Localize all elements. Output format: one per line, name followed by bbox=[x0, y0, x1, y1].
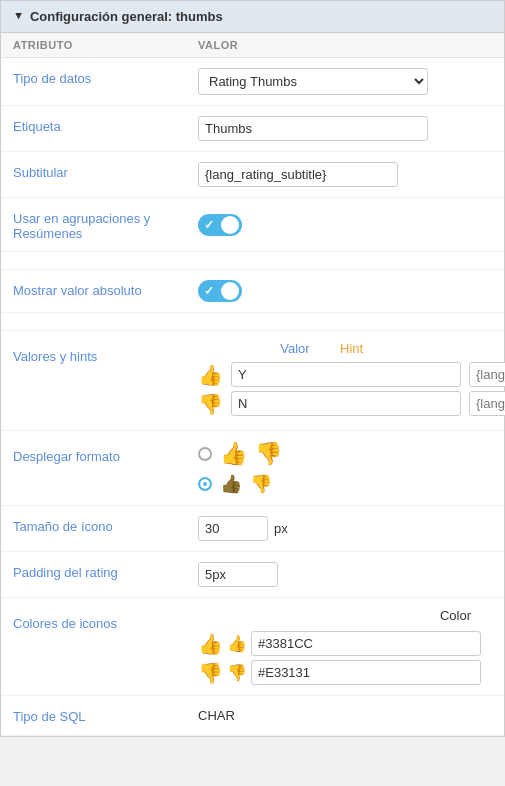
tipo-value: Rating Thumbs bbox=[198, 68, 492, 95]
tamanio-unit: px bbox=[274, 521, 288, 536]
colores-value: Color 👍 👍 👎 👎 bbox=[198, 608, 492, 685]
attribute-col-header: ATRIBUTO bbox=[13, 39, 198, 51]
usar-toggle[interactable]: ✓ bbox=[198, 214, 242, 236]
etiqueta-label: Etiqueta bbox=[13, 116, 198, 134]
like-row: 👍 bbox=[198, 362, 505, 387]
tipo-row: Tipo de datos Rating Thumbs bbox=[1, 58, 504, 106]
value-col-header: VALOR bbox=[198, 39, 492, 51]
like-thumb-icon-blue: 👍 bbox=[198, 632, 223, 656]
colores-label: Colores de iconos bbox=[13, 608, 198, 631]
tamanio-value: px bbox=[198, 516, 492, 541]
color-section: Color 👍 👍 👎 👎 bbox=[198, 608, 481, 685]
subtitular-label: Subtitular bbox=[13, 162, 198, 180]
desplegar-label: Desplegar formato bbox=[13, 441, 198, 464]
valor-col-label: Valor bbox=[260, 341, 330, 356]
padding-label: Padding del rating bbox=[13, 562, 198, 580]
usar-row: Usar en agrupaciones y Resúmenes ✓ bbox=[1, 198, 504, 252]
sql-label: Tipo de SQL bbox=[13, 706, 198, 724]
format-radio-2[interactable] bbox=[198, 477, 212, 491]
tipo-select[interactable]: Rating Thumbs bbox=[198, 68, 428, 95]
format-radio-1[interactable] bbox=[198, 447, 212, 461]
hints-header-row: Valor Hint bbox=[198, 341, 505, 356]
tamanio-input[interactable] bbox=[198, 516, 268, 541]
mostrar-toggle[interactable]: ✓ bbox=[198, 280, 242, 302]
valores-content: Valor Hint 👍 👎 bbox=[198, 341, 505, 420]
subtitular-input[interactable] bbox=[198, 162, 398, 187]
collapse-icon[interactable]: ▲ bbox=[13, 11, 24, 23]
format-icon-2b: 👎 bbox=[250, 473, 272, 495]
valores-label: Valores y hints bbox=[13, 341, 198, 364]
mostrar-toggle-container: ✓ bbox=[198, 280, 492, 302]
like-value-input[interactable] bbox=[231, 362, 461, 387]
format-icon-1: 👍 bbox=[220, 441, 247, 467]
format-option-2: 👍 👎 bbox=[198, 473, 282, 495]
spacer-1 bbox=[1, 252, 504, 270]
toggle-check-icon: ✓ bbox=[204, 218, 214, 232]
column-headers: ATRIBUTO VALOR bbox=[1, 33, 504, 58]
dislike-value-input[interactable] bbox=[231, 391, 461, 416]
sql-row: Tipo de SQL CHAR bbox=[1, 696, 504, 736]
desplegar-row: Desplegar formato 👍 👎 👍 👎 bbox=[1, 431, 504, 506]
valores-row: Valores y hints Valor Hint 👍 👎 bbox=[1, 331, 504, 431]
size-row: px bbox=[198, 516, 288, 541]
like-hint-input[interactable] bbox=[469, 362, 505, 387]
etiqueta-value bbox=[198, 116, 492, 141]
tamanio-row: Tamaño de ícono px bbox=[1, 506, 504, 552]
toggle-knob bbox=[221, 216, 239, 234]
etiqueta-row: Etiqueta bbox=[1, 106, 504, 152]
dislike-thumb-icon-red2: 👎 bbox=[227, 663, 247, 682]
format-icon-1b: 👎 bbox=[255, 441, 282, 467]
dislike-color-input[interactable] bbox=[251, 660, 481, 685]
subtitular-row: Subtitular bbox=[1, 152, 504, 198]
color-col-header: Color bbox=[440, 608, 481, 623]
like-color-input[interactable] bbox=[251, 631, 481, 656]
usar-label: Usar en agrupaciones y Resúmenes bbox=[13, 208, 198, 241]
mostrar-row: Mostrar valor absoluto ✓ bbox=[1, 270, 504, 313]
subtitular-value bbox=[198, 162, 492, 187]
etiqueta-input[interactable] bbox=[198, 116, 428, 141]
hints-wrapper: Valor Hint 👍 👎 bbox=[198, 341, 505, 420]
like-color-item: 👍 👍 bbox=[198, 631, 481, 656]
tamanio-label: Tamaño de ícono bbox=[13, 516, 198, 534]
mostrar-toggle-check-icon: ✓ bbox=[204, 284, 214, 298]
dislike-thumb-icon-red: 👎 bbox=[198, 661, 223, 685]
dislike-row: 👎 bbox=[198, 391, 505, 416]
format-options-list: 👍 👎 👍 👎 bbox=[198, 441, 282, 495]
dislike-hint-input[interactable] bbox=[469, 391, 505, 416]
mostrar-toggle-knob bbox=[221, 282, 239, 300]
format-icon-2: 👍 bbox=[220, 473, 242, 495]
config-panel: ▲ Configuración general: thumbs ATRIBUTO… bbox=[0, 0, 505, 737]
panel-title: Configuración general: thumbs bbox=[30, 9, 223, 24]
dislike-color-item: 👎 👎 bbox=[198, 660, 481, 685]
spacer-2 bbox=[1, 313, 504, 331]
sql-value: CHAR bbox=[198, 708, 492, 723]
sql-char-value: CHAR bbox=[198, 708, 235, 723]
padding-value bbox=[198, 562, 492, 587]
thumb-down-icon: 👎 bbox=[198, 392, 223, 416]
hint-col-label: Hint bbox=[340, 341, 363, 356]
padding-row: Padding del rating bbox=[1, 552, 504, 598]
colores-row: Colores de iconos Color 👍 👍 👎 👎 bbox=[1, 598, 504, 696]
format-option-1: 👍 👎 bbox=[198, 441, 282, 467]
tipo-label: Tipo de datos bbox=[13, 68, 198, 86]
panel-header: ▲ Configuración general: thumbs bbox=[1, 1, 504, 33]
desplegar-options: 👍 👎 👍 👎 bbox=[198, 441, 492, 495]
mostrar-label: Mostrar valor absoluto bbox=[13, 280, 198, 298]
like-thumb-icon-blue2: 👍 bbox=[227, 634, 247, 653]
padding-input[interactable] bbox=[198, 562, 278, 587]
usar-toggle-container: ✓ bbox=[198, 214, 492, 236]
thumb-up-icon: 👍 bbox=[198, 363, 223, 387]
